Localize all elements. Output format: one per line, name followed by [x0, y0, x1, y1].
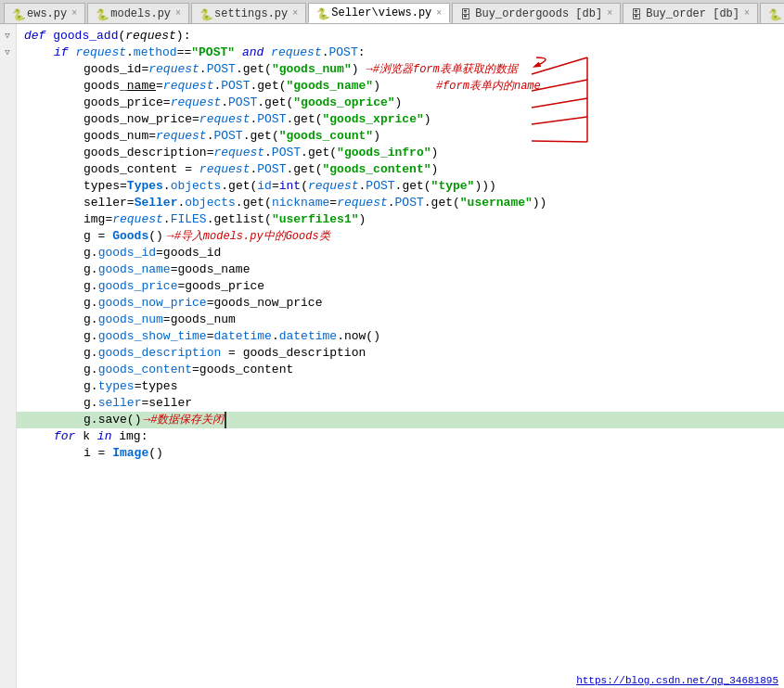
var: request: [75, 45, 126, 61]
tab-label: models.py: [110, 7, 171, 20]
string: "userfiles1": [272, 211, 359, 228]
var: g: [84, 295, 91, 312]
attr: goods_show_time: [98, 328, 207, 345]
tab-label: ews.py: [27, 7, 67, 20]
tab-views-old[interactable]: 🐍 ews.py ×: [4, 3, 85, 23]
tab-models[interactable]: 🐍 models.py ×: [87, 3, 189, 23]
var: g: [84, 228, 91, 245]
keyword: if: [54, 45, 75, 61]
annotation-save-data: #数据保存关闭: [150, 412, 224, 428]
collapse-arrow[interactable]: ▽: [0, 45, 15, 59]
class: Goods: [112, 228, 148, 245]
var: seller: [84, 195, 127, 211]
var: g: [84, 312, 91, 328]
string: "POST": [191, 45, 235, 61]
attr: id: [257, 178, 272, 195]
class: Image: [112, 445, 148, 462]
tab-seller-views[interactable]: 🐍 Seller\views.py ×: [308, 3, 450, 23]
var: request: [271, 45, 322, 61]
code-editor[interactable]: def goods_add(request): if request.metho…: [17, 24, 784, 688]
attr: nickname: [272, 195, 329, 211]
keyword: for: [54, 428, 83, 445]
var: g: [84, 261, 91, 278]
code-line: goods_content = request.POST.get("goods_…: [17, 161, 784, 178]
method: now: [344, 328, 366, 345]
attribute: POST: [329, 45, 358, 61]
code-line: goods_price=request.POST.get("goods_opri…: [17, 95, 784, 111]
method: getlist: [213, 211, 264, 228]
string: "goods_oprice": [293, 95, 394, 111]
code-line: seller=Seller.objects.get(nickname=reque…: [17, 195, 784, 211]
method: get: [228, 178, 250, 195]
code-line: g.seller=seller: [17, 395, 784, 412]
code-gutter: ▽ ▽: [0, 24, 17, 688]
string: "goods_num": [272, 61, 352, 78]
tab-close-icon[interactable]: ×: [607, 8, 612, 19]
code-line: g.types=types: [17, 378, 784, 395]
string: "goods_count": [279, 128, 373, 145]
keyword: and: [242, 45, 271, 61]
code-line: g.goods_id=goods_id: [17, 245, 784, 261]
code-line: types=Types.objects.get(id=int(request.P…: [17, 178, 784, 195]
code-line: goods_description=request.POST.get("good…: [17, 145, 784, 161]
code-line: goods_name=request.POST.get("goods_name"…: [17, 78, 784, 95]
attr: POST: [213, 128, 242, 145]
method: get: [243, 61, 264, 78]
var: request: [337, 195, 388, 211]
attr: goods_description: [98, 345, 222, 362]
attr: goods_num: [98, 312, 163, 328]
attr: goods_id: [98, 245, 156, 261]
var: request: [199, 161, 251, 178]
tab-close-icon[interactable]: ×: [436, 8, 442, 19]
var: goods_id: [84, 61, 141, 78]
db-icon: 🗄: [631, 8, 642, 19]
code-line: img=request.FILES.getlist("userfiles1"): [17, 211, 784, 228]
tab-settings[interactable]: 🐍 settings.py ×: [191, 3, 306, 23]
attr: objects: [185, 195, 236, 211]
class: Seller: [135, 195, 178, 211]
attr: POST: [257, 111, 286, 128]
tab-close-icon[interactable]: ×: [175, 8, 181, 19]
string: "username": [460, 195, 533, 211]
method: get: [402, 178, 423, 195]
tab-close-icon[interactable]: ×: [292, 8, 298, 19]
tab-close-icon[interactable]: ×: [71, 8, 77, 19]
save-arrow: →: [143, 412, 150, 428]
attr: POST: [257, 161, 286, 178]
attr: types: [98, 378, 135, 395]
code-line: if request.method=="POST" and request.PO…: [17, 45, 784, 61]
var: k: [83, 428, 90, 445]
code-line: g.goods_show_time=datetime.datetime.now(…: [17, 328, 784, 345]
tab-bar: 🐍 ews.py × 🐍 models.py × 🐍 settings.py ×…: [0, 0, 784, 24]
var: g: [84, 395, 91, 412]
paren: (: [118, 28, 125, 45]
string: "goods_content": [323, 161, 431, 178]
var: request: [148, 61, 199, 78]
attr: POST: [272, 145, 301, 161]
string: "goods_name": [287, 78, 374, 95]
tab-buy-ordergoods[interactable]: 🗄 Buy_ordergoods [db] ×: [452, 3, 621, 23]
tab-label: Buy_order [db]: [646, 7, 739, 20]
method: get: [308, 145, 329, 161]
method: get: [243, 195, 264, 211]
method: get: [431, 195, 453, 211]
var: request: [112, 211, 163, 228]
tab-buy-order[interactable]: 🗄 Buy_order [db] ×: [623, 3, 758, 23]
tab-label: Buy_ordergoods [db]: [475, 7, 602, 20]
string: "goods_xprice": [323, 111, 424, 128]
method: get: [250, 128, 271, 145]
tab-urls[interactable]: 🐍 urls.py ×: [760, 3, 784, 23]
code-line: goods_id=request.POST.get("goods_num") →…: [17, 61, 784, 78]
db-icon: 🗄: [460, 8, 471, 19]
annotation-form-name: #form表单内的name: [436, 78, 541, 95]
param: request: [125, 28, 176, 45]
tab-close-icon[interactable]: ×: [744, 8, 750, 19]
string: "type": [431, 178, 475, 195]
attr: POST: [228, 95, 257, 111]
var: g: [84, 278, 91, 295]
collapse-arrow[interactable]: ▽: [0, 28, 15, 43]
website-link[interactable]: https://blog.csdn.net/qq_34681895: [571, 673, 784, 688]
var: goods_content: [84, 161, 177, 178]
attr: seller: [98, 395, 142, 412]
var: request: [308, 178, 359, 195]
